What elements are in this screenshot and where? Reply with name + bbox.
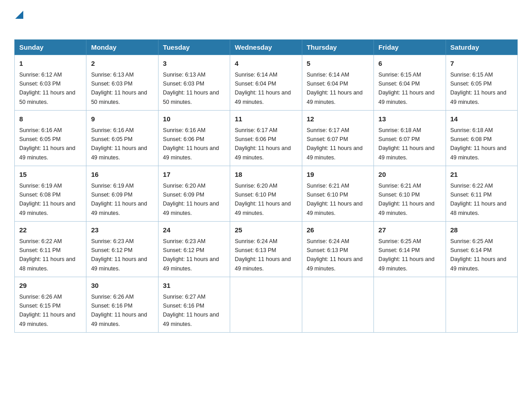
weekday-header-saturday: Saturday bbox=[446, 40, 517, 55]
day-number: 1 bbox=[19, 59, 82, 69]
day-info: Sunrise: 6:15 AMSunset: 6:04 PMDaylight:… bbox=[378, 72, 434, 105]
day-info: Sunrise: 6:16 AMSunset: 6:05 PMDaylight:… bbox=[19, 127, 75, 161]
weekday-header-wednesday: Wednesday bbox=[230, 40, 302, 55]
day-number: 12 bbox=[307, 114, 369, 124]
day-number: 19 bbox=[307, 170, 369, 180]
calendar-cell: 31Sunrise: 6:27 AMSunset: 6:16 PMDayligh… bbox=[158, 277, 230, 333]
logo bbox=[14, 11, 23, 30]
calendar-cell: 10Sunrise: 6:16 AMSunset: 6:06 PMDayligh… bbox=[158, 111, 230, 166]
day-info: Sunrise: 6:16 AMSunset: 6:05 PMDaylight:… bbox=[91, 127, 147, 161]
calendar-table: SundayMondayTuesdayWednesdayThursdayFrid… bbox=[14, 39, 518, 333]
weekday-header-thursday: Thursday bbox=[302, 40, 373, 55]
day-number: 9 bbox=[91, 114, 153, 124]
day-info: Sunrise: 6:20 AMSunset: 6:10 PMDaylight:… bbox=[235, 183, 291, 216]
calendar-week-row: 15Sunrise: 6:19 AMSunset: 6:08 PMDayligh… bbox=[15, 166, 518, 222]
calendar-cell: 21Sunrise: 6:22 AMSunset: 6:11 PMDayligh… bbox=[446, 166, 517, 222]
calendar-cell: 8Sunrise: 6:16 AMSunset: 6:05 PMDaylight… bbox=[15, 111, 86, 166]
calendar-cell: 11Sunrise: 6:17 AMSunset: 6:06 PMDayligh… bbox=[230, 111, 302, 166]
day-info: Sunrise: 6:18 AMSunset: 6:08 PMDaylight:… bbox=[450, 127, 506, 161]
day-number: 29 bbox=[19, 281, 82, 291]
calendar-cell: 6Sunrise: 6:15 AMSunset: 6:04 PMDaylight… bbox=[374, 55, 446, 111]
day-info: Sunrise: 6:21 AMSunset: 6:10 PMDaylight:… bbox=[307, 183, 363, 216]
calendar-cell: 25Sunrise: 6:24 AMSunset: 6:13 PMDayligh… bbox=[230, 222, 302, 277]
day-number: 28 bbox=[450, 225, 513, 235]
day-number: 18 bbox=[235, 170, 297, 180]
calendar-cell: 1Sunrise: 6:12 AMSunset: 6:03 PMDaylight… bbox=[15, 55, 86, 111]
day-info: Sunrise: 6:19 AMSunset: 6:09 PMDaylight:… bbox=[91, 183, 147, 216]
logo-triangle-icon bbox=[15, 11, 23, 19]
day-number: 16 bbox=[91, 170, 153, 180]
calendar-cell bbox=[374, 277, 446, 333]
day-info: Sunrise: 6:19 AMSunset: 6:08 PMDaylight:… bbox=[19, 183, 75, 216]
calendar-cell: 26Sunrise: 6:24 AMSunset: 6:13 PMDayligh… bbox=[302, 222, 373, 277]
calendar-week-row: 8Sunrise: 6:16 AMSunset: 6:05 PMDaylight… bbox=[15, 111, 518, 166]
day-info: Sunrise: 6:20 AMSunset: 6:09 PMDaylight:… bbox=[163, 183, 219, 216]
day-info: Sunrise: 6:25 AMSunset: 6:14 PMDaylight:… bbox=[450, 238, 506, 272]
day-number: 31 bbox=[163, 281, 225, 291]
day-number: 13 bbox=[378, 114, 441, 124]
calendar-cell: 29Sunrise: 6:26 AMSunset: 6:15 PMDayligh… bbox=[15, 277, 86, 333]
weekday-header-row: SundayMondayTuesdayWednesdayThursdayFrid… bbox=[15, 40, 518, 55]
weekday-header-tuesday: Tuesday bbox=[158, 40, 230, 55]
day-number: 27 bbox=[378, 225, 441, 235]
calendar-cell: 30Sunrise: 6:26 AMSunset: 6:16 PMDayligh… bbox=[86, 277, 158, 333]
day-info: Sunrise: 6:21 AMSunset: 6:10 PMDaylight:… bbox=[378, 183, 434, 216]
calendar-cell: 5Sunrise: 6:14 AMSunset: 6:04 PMDaylight… bbox=[302, 55, 373, 111]
day-info: Sunrise: 6:14 AMSunset: 6:04 PMDaylight:… bbox=[307, 72, 363, 105]
day-info: Sunrise: 6:22 AMSunset: 6:11 PMDaylight:… bbox=[19, 238, 75, 272]
day-number: 20 bbox=[378, 170, 441, 180]
calendar-cell: 16Sunrise: 6:19 AMSunset: 6:09 PMDayligh… bbox=[86, 166, 158, 222]
calendar-cell: 19Sunrise: 6:21 AMSunset: 6:10 PMDayligh… bbox=[302, 166, 373, 222]
day-number: 2 bbox=[91, 59, 153, 69]
calendar-cell: 14Sunrise: 6:18 AMSunset: 6:08 PMDayligh… bbox=[446, 111, 517, 166]
day-info: Sunrise: 6:26 AMSunset: 6:15 PMDaylight:… bbox=[19, 294, 75, 327]
day-number: 24 bbox=[163, 225, 225, 235]
calendar-cell: 12Sunrise: 6:17 AMSunset: 6:07 PMDayligh… bbox=[302, 111, 373, 166]
calendar-cell: 4Sunrise: 6:14 AMSunset: 6:04 PMDaylight… bbox=[230, 55, 302, 111]
day-number: 8 bbox=[19, 114, 82, 124]
day-info: Sunrise: 6:18 AMSunset: 6:07 PMDaylight:… bbox=[378, 127, 434, 161]
calendar-cell: 13Sunrise: 6:18 AMSunset: 6:07 PMDayligh… bbox=[374, 111, 446, 166]
day-number: 5 bbox=[307, 59, 369, 69]
calendar-cell: 15Sunrise: 6:19 AMSunset: 6:08 PMDayligh… bbox=[15, 166, 86, 222]
day-info: Sunrise: 6:26 AMSunset: 6:16 PMDaylight:… bbox=[91, 294, 147, 327]
calendar-cell: 27Sunrise: 6:25 AMSunset: 6:14 PMDayligh… bbox=[374, 222, 446, 277]
day-number: 30 bbox=[91, 281, 153, 291]
calendar-cell: 20Sunrise: 6:21 AMSunset: 6:10 PMDayligh… bbox=[374, 166, 446, 222]
weekday-header-sunday: Sunday bbox=[15, 40, 86, 55]
day-info: Sunrise: 6:24 AMSunset: 6:13 PMDaylight:… bbox=[235, 238, 291, 272]
calendar-cell bbox=[302, 277, 373, 333]
day-number: 3 bbox=[163, 59, 225, 69]
calendar-cell: 18Sunrise: 6:20 AMSunset: 6:10 PMDayligh… bbox=[230, 166, 302, 222]
day-number: 23 bbox=[91, 225, 153, 235]
day-info: Sunrise: 6:17 AMSunset: 6:07 PMDaylight:… bbox=[307, 127, 363, 161]
day-number: 21 bbox=[450, 170, 513, 180]
calendar-cell: 17Sunrise: 6:20 AMSunset: 6:09 PMDayligh… bbox=[158, 166, 230, 222]
calendar-week-row: 29Sunrise: 6:26 AMSunset: 6:15 PMDayligh… bbox=[15, 277, 518, 333]
day-info: Sunrise: 6:13 AMSunset: 6:03 PMDaylight:… bbox=[163, 72, 219, 105]
calendar-cell: 22Sunrise: 6:22 AMSunset: 6:11 PMDayligh… bbox=[15, 222, 86, 277]
day-info: Sunrise: 6:25 AMSunset: 6:14 PMDaylight:… bbox=[378, 238, 434, 272]
calendar-week-row: 1Sunrise: 6:12 AMSunset: 6:03 PMDaylight… bbox=[15, 55, 518, 111]
calendar-cell: 28Sunrise: 6:25 AMSunset: 6:14 PMDayligh… bbox=[446, 222, 517, 277]
day-number: 22 bbox=[19, 225, 82, 235]
calendar-cell bbox=[446, 277, 517, 333]
calendar-cell: 24Sunrise: 6:23 AMSunset: 6:12 PMDayligh… bbox=[158, 222, 230, 277]
day-info: Sunrise: 6:27 AMSunset: 6:16 PMDaylight:… bbox=[163, 294, 219, 327]
day-info: Sunrise: 6:13 AMSunset: 6:03 PMDaylight:… bbox=[91, 72, 147, 105]
day-number: 14 bbox=[450, 114, 513, 124]
day-info: Sunrise: 6:24 AMSunset: 6:13 PMDaylight:… bbox=[307, 238, 363, 272]
day-number: 6 bbox=[378, 59, 441, 69]
day-info: Sunrise: 6:22 AMSunset: 6:11 PMDaylight:… bbox=[450, 183, 506, 216]
day-number: 7 bbox=[450, 59, 513, 69]
day-number: 25 bbox=[235, 225, 297, 235]
page-header bbox=[14, 11, 518, 30]
calendar-cell: 7Sunrise: 6:15 AMSunset: 6:05 PMDaylight… bbox=[446, 55, 517, 111]
svg-marker-0 bbox=[15, 11, 23, 19]
day-number: 10 bbox=[163, 114, 225, 124]
day-info: Sunrise: 6:16 AMSunset: 6:06 PMDaylight:… bbox=[163, 127, 219, 161]
calendar-cell: 3Sunrise: 6:13 AMSunset: 6:03 PMDaylight… bbox=[158, 55, 230, 111]
calendar-week-row: 22Sunrise: 6:22 AMSunset: 6:11 PMDayligh… bbox=[15, 222, 518, 277]
calendar-cell: 23Sunrise: 6:23 AMSunset: 6:12 PMDayligh… bbox=[86, 222, 158, 277]
day-info: Sunrise: 6:17 AMSunset: 6:06 PMDaylight:… bbox=[235, 127, 291, 161]
